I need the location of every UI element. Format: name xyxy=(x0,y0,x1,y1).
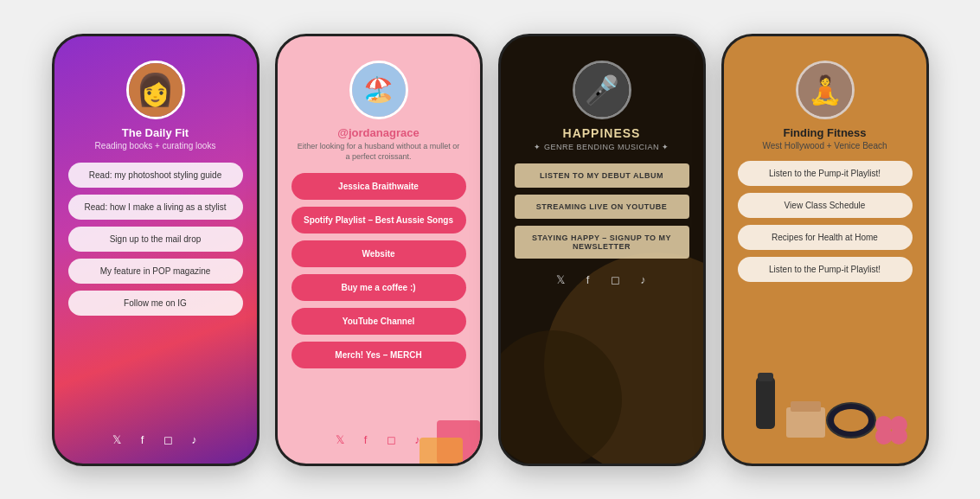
btn-class-schedule[interactable]: View Class Schedule xyxy=(738,193,913,218)
profile-name-fitness: Finding Fitness xyxy=(783,126,866,139)
phones-container: 👩 The Daily Fit Reading books + curating… xyxy=(52,34,929,466)
profile-sub-jordana: Either looking for a husband without a m… xyxy=(278,141,480,163)
avatar-daily-fit: 👩 xyxy=(126,61,185,119)
btn-jessica[interactable]: Jessica Braithwaite xyxy=(291,173,466,200)
twitter-icon[interactable]: 𝕏 xyxy=(332,432,348,448)
social-icons-daily-fit: 𝕏 f ◻ ♪ xyxy=(109,432,202,448)
social-icons-happiness: 𝕏 f ◻ ♪ xyxy=(553,272,651,288)
button-list-daily-fit: Read: my photoshoot styling guide Read: … xyxy=(54,150,257,316)
btn-debut-album[interactable]: LISTEN TO MY DEBUT ALBUM xyxy=(515,163,689,188)
deco-shapes xyxy=(402,412,480,464)
profile-name-happiness: HAPPINESS xyxy=(563,126,641,140)
profile-name-daily-fit: The Daily Fit xyxy=(122,126,189,139)
instagram-icon[interactable]: ◻ xyxy=(608,272,624,288)
instagram-icon[interactable]: ◻ xyxy=(384,432,400,448)
btn-spotify-playlist[interactable]: Spotify Playlist – Best Aussie Songs xyxy=(291,207,466,234)
btn-pop-magazine[interactable]: My feature in POP magazine xyxy=(68,259,243,284)
svg-rect-1 xyxy=(420,438,463,464)
avatar-happiness: 🎤 xyxy=(573,61,631,119)
phone-3-content: 🎤 HAPPINESS ✦ GENRE BENDING MUSICIAN ✦ L… xyxy=(501,36,703,288)
phone-finding-fitness: 🧘 Finding Fitness West Hollywood + Venic… xyxy=(721,34,929,466)
btn-merch[interactable]: Merch! Yes – MERCH xyxy=(291,342,466,368)
btn-recipes-health[interactable]: Recipes for Health at Home xyxy=(738,225,913,250)
phone-jordana-grace: 🏖️ @jordanagrace Either looking for a hu… xyxy=(275,34,483,466)
btn-follow-ig[interactable]: Follow me on IG xyxy=(68,291,243,316)
avatar-fitness: 🧘 xyxy=(796,61,855,119)
profile-name-jordana: @jordanagrace xyxy=(337,126,419,139)
phone-daily-fit: 👩 The Daily Fit Reading books + curating… xyxy=(52,34,259,466)
twitter-icon[interactable]: 𝕏 xyxy=(109,432,125,448)
phone-happiness: 🎤 HAPPINESS ✦ GENRE BENDING MUSICIAN ✦ L… xyxy=(498,34,706,466)
svg-rect-7 xyxy=(786,407,825,438)
btn-youtube-channel[interactable]: YouTube Channel xyxy=(291,308,466,335)
btn-pump-playlist-1[interactable]: Listen to the Pump-it Playlist! xyxy=(738,161,913,186)
spotify-icon[interactable]: ♪ xyxy=(187,432,202,448)
btn-pump-playlist-2[interactable]: Listen to the Pump-it Playlist! xyxy=(738,257,913,282)
instagram-icon[interactable]: ◻ xyxy=(161,432,176,448)
btn-mail-drop[interactable]: Sign up to the mail drop xyxy=(68,227,243,252)
avatar-jordana: 🏖️ xyxy=(349,61,408,119)
fitness-products-svg xyxy=(739,360,912,455)
btn-website[interactable]: Website xyxy=(291,240,466,267)
spotify-icon[interactable]: ♪ xyxy=(636,272,651,288)
product-image-fitness xyxy=(724,360,926,464)
btn-streaming-live[interactable]: STREAMING LIVE ON YOUTUBE xyxy=(515,195,689,219)
profile-sub-happiness: ✦ GENRE BENDING MUSICIAN ✦ xyxy=(534,143,669,151)
profile-sub-fitness: West Hollywood + Venice Beach xyxy=(762,141,887,150)
btn-coffee[interactable]: Buy me a coffee :) xyxy=(291,274,466,301)
button-list-fitness: Listen to the Pump-it Playlist! View Cla… xyxy=(724,150,926,282)
button-list-happiness: LISTEN TO MY DEBUT ALBUM STREAMING LIVE … xyxy=(501,151,703,259)
button-list-jordana: Jessica Braithwaite Spotify Playlist – B… xyxy=(278,163,480,368)
svg-point-10 xyxy=(834,409,868,432)
facebook-icon[interactable]: f xyxy=(135,432,151,448)
btn-living-stylist[interactable]: Read: how I make a living as a stylist xyxy=(68,195,243,220)
twitter-icon[interactable]: 𝕏 xyxy=(553,272,568,288)
btn-newsletter[interactable]: STAYING HAPPY – SIGNUP TO MY NEWSLETTER xyxy=(515,226,689,259)
svg-rect-6 xyxy=(758,373,773,381)
btn-photoshoot[interactable]: Read: my photoshoot styling guide xyxy=(68,163,243,188)
svg-rect-5 xyxy=(756,377,775,429)
profile-sub-daily-fit: Reading books + curating looks xyxy=(95,141,216,150)
facebook-icon[interactable]: f xyxy=(580,272,596,288)
facebook-icon[interactable]: f xyxy=(358,432,374,448)
svg-rect-8 xyxy=(791,401,821,412)
svg-point-14 xyxy=(890,427,907,445)
